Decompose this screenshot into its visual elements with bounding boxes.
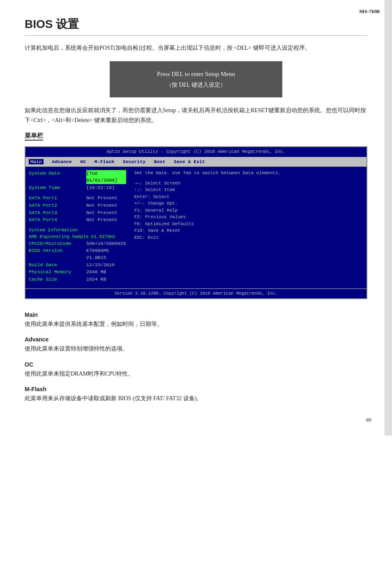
desc-main: Main 使用此菜单来提供系统基本配置，例如时间，日期等。 — [25, 311, 367, 329]
del-main-text: Press DEL to enter Setup Menu — [126, 69, 266, 80]
bios-value-sata3: Not Present — [86, 210, 118, 217]
bios-value-sata4: Not Present — [86, 217, 118, 224]
desc-oc: OC 使用此菜单来指定DRAM时序和CPU特性。 — [25, 361, 367, 378]
bios-navbar: Main Advance OC M-Flash Security Boot Sa… — [25, 157, 367, 167]
bios-label-sysinfo: System Information — [29, 227, 126, 234]
bios-label-memory: Physical Memory — [29, 269, 86, 276]
bios-value-sata2: Not Present — [86, 202, 118, 209]
bios-row-cache: Cache Size 1024 KB — [29, 276, 126, 283]
right-border-decoration — [385, 0, 392, 436]
bios-value-sata1: Not Present — [86, 195, 118, 202]
bios-nav-main: Main — [29, 159, 44, 164]
del-prompt-box: Press DEL to enter Setup Menu （按 DEL 键进入… — [110, 61, 282, 97]
bios-row-sata1: SATA Port1 Not Present — [29, 195, 126, 202]
desc-mflash-body: 此菜单用来从存储设备中读取或刷新 BIOS (仅支持 FAT/ FAT32 设备… — [25, 394, 367, 403]
bios-label-build-date: Build Date — [29, 262, 86, 269]
bios-label-bios-ver: BIOS Version — [29, 247, 86, 261]
desc-main-body: 使用此菜单来提供系统基本配置，例如时间，日期等。 — [25, 320, 367, 329]
bios-value-cpuid: 500+10/5000028 — [86, 240, 126, 247]
bios-left-panel: System Date [Tue 01/01/2009] System Time… — [29, 170, 130, 284]
bios-row-system-time: System Time [16:52:10] — [29, 184, 126, 191]
desc-oc-title: OC — [25, 361, 367, 368]
bios-label-sata4: SATA Port4 — [29, 217, 86, 224]
bios-footer: Version 2.10.1208. Copyright (C) 2010 Am… — [25, 288, 367, 298]
bios-row-cpuid: CPUID/MicroCode 500+10/5000028 — [29, 240, 126, 247]
bios-label-cpu: AMD Enginesring Sample #1.627GHz — [29, 234, 126, 240]
intro-text: 计算机加电后，系统将会开始POST(加电自检)过程。当屏幕上出现以下信息时，按 … — [25, 43, 367, 53]
bios-value-system-time: [16:52:10] — [86, 184, 115, 191]
bios-value-build-date: 12/23/2010 — [86, 262, 115, 269]
bios-key-f10: F10: Save & Reset — [134, 227, 363, 234]
model-number: MS-7698 — [359, 8, 380, 15]
bios-row-sata2: SATA Port2 Not Present — [29, 202, 126, 209]
bios-value-cache: 1024 KB — [86, 276, 106, 283]
bios-screen: Aptio Setup Utility - Copyright (C) 2010… — [25, 146, 367, 299]
desc-mflash: M-Flash 此菜单用来从存储设备中读取或刷新 BIOS (仅支持 FAT/ … — [25, 386, 367, 403]
bios-label-system-date: System Date — [29, 170, 86, 184]
page-title: BIOS 设置 — [25, 16, 367, 32]
title-divider — [25, 35, 367, 36]
bios-label-sata3: SATA Port3 — [29, 210, 86, 217]
desc-advance: Advance 使用此菜单来设置特别增强特性的选项。 — [25, 336, 367, 353]
bios-row-sata4: SATA Port4 Not Present — [29, 217, 126, 224]
bios-value-memory: 2048 MB — [86, 269, 106, 276]
bios-value-bios-ver: E7698AMS V1.0B15 — [86, 247, 126, 261]
bios-label-cpuid: CPUID/MicroCode — [29, 240, 86, 247]
page-number: 89 — [366, 417, 371, 423]
bios-row-memory: Physical Memory 2048 MB — [29, 269, 126, 276]
bios-key-f1: F1: General Help — [134, 207, 363, 214]
bios-row-sata3: SATA Port3 Not Present — [29, 210, 126, 217]
bios-key-screen: →←: Select Screen — [134, 180, 363, 187]
bios-key-f6: F6: Optimized Defaults — [134, 221, 363, 228]
desc-advance-body: 使用此菜单来设置特别增强特性的选项。 — [25, 344, 367, 353]
bios-key-item: ↑↓: Select Item — [134, 187, 363, 194]
desc-oc-body: 使用此菜单来指定DRAM时序和CPU特性。 — [25, 369, 367, 378]
bios-key-esc: ESC: Exit — [134, 234, 363, 241]
bios-label-system-time: System Time — [29, 184, 86, 191]
bios-row-system-date: System Date [Tue 01/01/2009] — [29, 170, 126, 184]
bios-key-enter: Enter: Select — [134, 194, 363, 201]
del-sub-text: （按 DEL 键进入设定） — [126, 80, 266, 90]
bios-key-change: +/-: Change Opt. — [134, 200, 363, 207]
bios-help-info: Set the Date. Use Tab to switch between … — [134, 170, 363, 176]
bios-help-keys: →←: Select Screen ↑↓: Select Item Enter:… — [134, 180, 363, 241]
bios-label-sata2: SATA Port2 — [29, 202, 86, 209]
bios-key-f2: F2: Previous Values — [134, 214, 363, 221]
bios-row-bios-ver: BIOS Version E7698AMS V1.0B15 — [29, 247, 126, 261]
menu-bar-title: 菜单栏 — [25, 132, 43, 141]
bios-body: System Date [Tue 01/01/2009] System Time… — [25, 167, 367, 287]
bios-header: Aptio Setup Utility - Copyright (C) 2010… — [25, 147, 367, 157]
desc-mflash-title: M-Flash — [25, 386, 367, 392]
warning-text: 如果此信息在您做出反应前就消失了，而您仍需要进入Setup，请关机后再开机活按机… — [25, 106, 367, 125]
bios-value-system-date: [Tue 01/01/2009] — [86, 170, 126, 184]
bios-row-build-date: Build Date 12/23/2010 — [29, 262, 126, 269]
bios-label-cache: Cache Size — [29, 276, 86, 283]
desc-advance-title: Advance — [25, 336, 367, 343]
desc-main-title: Main — [25, 311, 367, 318]
bios-right-panel: Set the Date. Use Tab to switch between … — [130, 170, 363, 284]
bios-label-sata1: SATA Port1 — [29, 195, 86, 202]
